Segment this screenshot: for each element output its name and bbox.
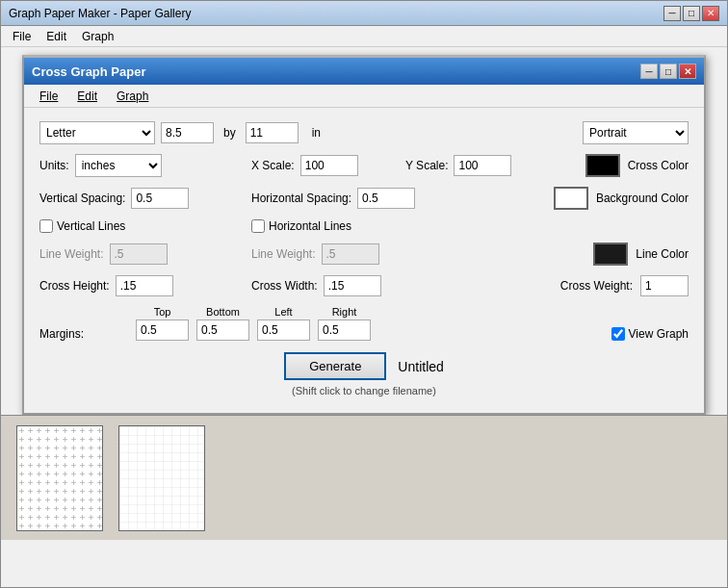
- view-graph-checkbox[interactable]: [611, 327, 625, 341]
- gallery-area: [1, 415, 727, 540]
- left-margin-input[interactable]: [257, 320, 310, 341]
- xscale-label: X Scale:: [251, 159, 295, 172]
- inner-menu-file[interactable]: File: [30, 88, 67, 105]
- cross-height-input[interactable]: [116, 275, 173, 296]
- line-color-swatch[interactable]: [593, 243, 628, 266]
- margins-label: Margins:: [39, 327, 84, 341]
- top-margin-label: Top: [154, 306, 171, 318]
- right-margin-label: Right: [332, 306, 357, 318]
- vertical-lines-label[interactable]: Vertical Lines: [39, 219, 251, 233]
- cross-color-swatch[interactable]: [585, 154, 620, 177]
- hspacing-input[interactable]: [357, 188, 415, 209]
- unit-text: in: [312, 126, 321, 140]
- units-select[interactable]: inches: [75, 154, 162, 177]
- line-color-label: Line Color: [636, 247, 689, 261]
- inner-menubar: File Edit Graph: [24, 85, 704, 108]
- lweight-left-input[interactable]: [110, 243, 168, 265]
- view-graph-label[interactable]: View Graph: [611, 327, 689, 341]
- units-label: Units:: [39, 159, 69, 172]
- inner-maximize-button[interactable]: □: [660, 64, 677, 79]
- outer-menubar: File Edit Graph: [1, 26, 727, 47]
- xscale-input[interactable]: [300, 155, 358, 176]
- cross-width-label: Cross Width:: [251, 279, 318, 293]
- outer-minimize-button[interactable]: ─: [663, 6, 681, 21]
- outer-menu-edit[interactable]: Edit: [39, 28, 74, 45]
- by-text: by: [223, 126, 236, 140]
- inner-dialog-title: Cross Graph Paper: [32, 64, 638, 79]
- paper-preset-select[interactable]: Letter: [39, 121, 155, 144]
- outer-titlebar: Graph Paper Maker - Paper Gallery ─ □ ✕: [1, 1, 727, 26]
- inner-menu-edit[interactable]: Edit: [67, 88, 107, 105]
- hint-text: (Shift click to change filename): [292, 385, 436, 396]
- bottom-margin-input[interactable]: [196, 320, 249, 341]
- svg-rect-7: [119, 426, 205, 531]
- background-color-swatch[interactable]: [554, 187, 588, 210]
- hspacing-label: Horizontal Spacing:: [251, 192, 351, 205]
- cross-color-label: Cross Color: [628, 159, 689, 172]
- right-margin-input[interactable]: [318, 320, 371, 341]
- generate-button[interactable]: Generate: [284, 352, 386, 380]
- inner-dialog: Cross Graph Paper ─ □ ✕ File Edit Graph …: [22, 55, 706, 415]
- outer-window-title: Graph Paper Maker - Paper Gallery: [9, 7, 662, 20]
- vertical-lines-checkbox[interactable]: [39, 219, 53, 233]
- lweight-right-label: Line Weight:: [251, 247, 316, 261]
- inner-menu-graph[interactable]: Graph: [107, 88, 158, 105]
- gallery-thumb-2[interactable]: [118, 425, 205, 531]
- horizontal-lines-checkbox[interactable]: [251, 219, 265, 233]
- outer-menu-file[interactable]: File: [5, 28, 39, 45]
- vspacing-label: Vertical Spacing:: [39, 192, 125, 205]
- lweight-left-label: Line Weight:: [39, 247, 104, 261]
- horizontal-lines-label[interactable]: Horizontal Lines: [251, 219, 351, 233]
- paper-height-input[interactable]: [246, 122, 299, 143]
- outer-window: Graph Paper Maker - Paper Gallery ─ □ ✕ …: [0, 0, 728, 588]
- yscale-label: Y Scale:: [405, 159, 448, 172]
- lweight-right-input[interactable]: [322, 243, 379, 265]
- outer-close-button[interactable]: ✕: [702, 6, 719, 21]
- filename-label: Untitled: [398, 359, 443, 374]
- cross-weight-input[interactable]: [640, 275, 689, 296]
- svg-rect-3: [17, 426, 103, 531]
- left-margin-label: Left: [274, 306, 292, 318]
- outer-menu-graph[interactable]: Graph: [74, 28, 121, 45]
- orientation-select[interactable]: Portrait: [583, 121, 689, 144]
- outer-maximize-button[interactable]: □: [683, 6, 700, 21]
- gallery-thumb-1[interactable]: [16, 425, 103, 531]
- background-color-label: Background Color: [596, 192, 689, 205]
- bottom-margin-label: Bottom: [206, 306, 240, 318]
- yscale-input[interactable]: [454, 155, 511, 176]
- cross-weight-label: Cross Weight:: [560, 279, 633, 293]
- inner-minimize-button[interactable]: ─: [640, 64, 658, 79]
- vspacing-input[interactable]: [131, 188, 189, 209]
- cross-width-input[interactable]: [324, 275, 381, 296]
- inner-close-button[interactable]: ✕: [679, 64, 696, 79]
- cross-height-label: Cross Height:: [39, 279, 110, 293]
- top-margin-input[interactable]: [136, 320, 189, 341]
- inner-titlebar: Cross Graph Paper ─ □ ✕: [24, 58, 704, 85]
- form-area: Letter by in Portrait Units:: [24, 108, 704, 413]
- paper-width-input[interactable]: [161, 122, 214, 143]
- paper-size-row: Letter by in Portrait: [39, 121, 689, 144]
